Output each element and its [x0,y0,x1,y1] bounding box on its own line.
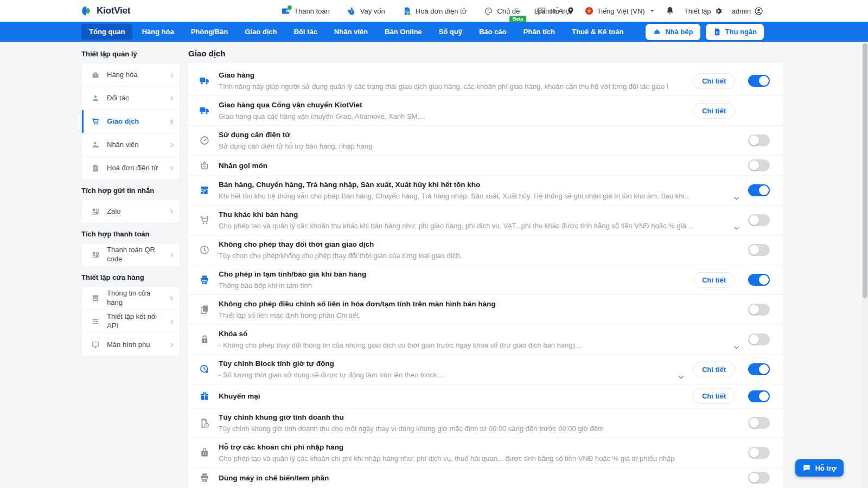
chevron-right-icon [168,295,175,302]
nav-tab[interactable]: Sổ quỹ [431,24,470,40]
sidebar-item[interactable]: Thông tin cửa hàng [82,287,180,310]
page-title: Giao dịch [188,49,225,58]
sidebar-item[interactable]: Hoá đơn điện tử [82,157,180,179]
location-pin-icon [566,7,575,15]
nav-tab[interactable]: Thuế & Kế toán [564,24,631,40]
toggle-switch[interactable] [748,447,770,459]
topbar-item-label: Chủ đề [497,7,520,15]
toggle-knob [749,245,759,255]
sidebar-group: Thông tin cửa hàngThiết lập kết nối APIM… [81,286,180,357]
toggle-switch[interactable] [748,390,770,402]
topbar-item[interactable]: Vay vốn [347,7,385,16]
nav-tab[interactable]: Hàng hóa [134,24,181,40]
chevron-right-icon [168,208,175,215]
printer-icon [198,274,211,285]
nav-tab[interactable]: Phòng/Bàn [183,24,236,40]
toggle-knob [759,364,769,374]
nav-actions: Nhà bếpThu ngân [646,24,764,40]
product-icon [91,70,100,79]
detail-button[interactable]: Chi tiết [693,103,735,119]
page-scrollbar[interactable] [862,42,868,488]
topbar-item-label: Hoá đơn điện tử [416,7,467,15]
user-label: admin [732,7,751,15]
toggle-switch[interactable] [748,417,770,429]
sidebar-item[interactable]: Hàng hóa [82,63,180,87]
setting-description: - Số lượng thời gian sử dụng sẽ được tự … [219,370,668,380]
cart-plus-icon [198,215,211,226]
setting-actions [748,244,770,256]
toggle-switch[interactable] [748,304,770,316]
toggle-knob [749,160,759,170]
setting-row: Cho phép in tạm tính/báo giá khi bán hàn… [188,265,783,295]
toggle-switch[interactable] [748,333,770,345]
detail-button[interactable]: Chi tiết [693,388,735,404]
setting-description: Cho phép tạo và quản lý các khoản chi ph… [219,454,723,464]
sidebar-item-label: Đối tác [107,94,161,103]
nav-tab[interactable]: Tổng quan [81,24,132,40]
monitor-icon [91,341,100,349]
toggle-switch[interactable] [748,363,770,375]
topbar-item-label: Thanh toán [294,7,330,15]
nav-tab[interactable]: Phân tích [516,24,563,40]
topbar-item[interactable]: Thanh toán [281,7,330,16]
sidebar-item-label: Zalo [107,207,161,216]
toggle-switch[interactable] [748,134,770,146]
sidebar-item[interactable]: Đối tác [82,87,180,110]
chevron-down-icon[interactable] [732,224,741,232]
sidebar-section-title: Thiết lập quản lý [81,50,180,58]
setting-row-text: Nhận gọi món [219,160,744,171]
setting-description: Giao hàng qua các hãng vận chuyển Grab, … [219,112,668,121]
qr-icon [91,251,100,259]
sidebar-item-label: Thanh toán QR code [107,246,161,264]
toggle-switch[interactable] [748,214,770,226]
nav-tab[interactable]: Nhân viên [327,24,375,40]
toggle-switch[interactable] [748,244,770,256]
nav-action-button[interactable]: Nhà bếp [646,24,700,40]
sidebar-item[interactable]: Zalo [82,200,180,223]
setting-description: Tùy chỉnh khung giờ tính doanh thu cho m… [219,424,723,434]
nav-tab[interactable]: Giao dịch [237,24,284,40]
setting-row: Không cho phép điều chỉnh số liên in hóa… [188,295,783,325]
sidebar-item[interactable]: Giao dịch [82,110,180,133]
support-label: Hỗ trợ [815,464,837,472]
sidebar-item[interactable]: Thiết lập kết nối API [82,310,180,333]
chevron-down-icon[interactable] [732,194,741,202]
setting-title: Khuyến mại [219,391,668,401]
branch-selector[interactable]: Branch A [534,7,575,15]
branch-label: Branch A [534,7,563,15]
language-selector[interactable]: Tiếng Việt (VN) [584,6,656,16]
sidebar-item[interactable]: Màn hình phụ [82,333,180,356]
chevron-down-icon[interactable] [677,373,685,381]
kiotviet-logo[interactable]: KiotViet [80,0,130,22]
toggle-switch[interactable] [748,75,770,87]
chevron-down-icon[interactable] [732,343,741,351]
setting-row-text: Giao hàngTính năng này giúp người sử dụn… [219,70,688,92]
topbar-menu: Thanh toánVay vốnHoá đơn điện tửChủ đềBe… [281,0,570,22]
nav-tab[interactable]: Báo cáo [471,24,514,40]
toggle-switch[interactable] [748,159,770,171]
store-icon [91,294,100,303]
detail-button[interactable]: Chi tiết [693,362,735,377]
nav-action-button[interactable]: Thu ngân [706,24,764,40]
sidebar-item[interactable]: Nhân viên [82,133,180,157]
bell-icon[interactable] [665,6,675,16]
truck-icon [198,105,211,116]
settings-link[interactable]: Thiết lập [684,7,723,15]
detail-button[interactable]: Chi tiết [693,73,735,89]
toggle-switch[interactable] [748,184,770,196]
nav-tab[interactable]: Bán Online [377,24,430,40]
topbar-item[interactable]: Chủ đềBeta [484,7,520,16]
setting-actions [748,304,770,316]
topbar-item[interactable]: Hoá đơn điện tử [403,7,467,16]
basket-icon [198,160,211,171]
toggle-switch[interactable] [748,472,770,484]
setting-row-text: Thu khác khi bán hàngCho phép tạo và quả… [219,209,744,231]
sidebar-item[interactable]: Thanh toán QR code [82,243,180,266]
nav-tab[interactable]: Đối tác [286,24,325,40]
user-menu[interactable]: admin [732,7,763,16]
inventory-icon [198,185,211,196]
support-button[interactable]: Hỗ trợ [795,459,844,477]
toggle-switch[interactable] [748,274,770,286]
scrollbar-thumb[interactable] [863,43,867,298]
detail-button[interactable]: Chi tiết [693,272,735,288]
